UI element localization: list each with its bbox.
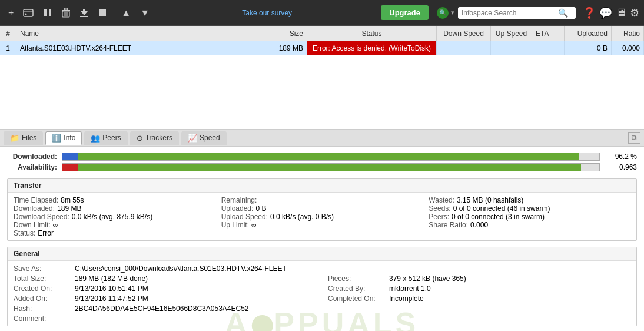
search-submit-button[interactable]: 🔍	[558, 8, 568, 18]
completed-on-val: Incomplete	[389, 294, 424, 303]
general-title: General	[8, 247, 636, 261]
general-grid: Save As: C:\Users\consi_000\Downloads\At…	[14, 264, 630, 323]
downloaded-key: Downloaded:	[14, 204, 55, 213]
hash-row: Hash: 2BC4DA56DDA4E5CF94E16E5066D8C3A053…	[14, 304, 630, 313]
seeds-row: Seeds: 0 of 0 connected (46 in swarm)	[429, 204, 630, 213]
tab-trackers[interactable]: ⊙ Trackers	[130, 131, 179, 145]
peers-val: 0 of 0 connected (3 in swarm)	[452, 213, 545, 221]
survey-link-container: Take our survey	[155, 9, 379, 17]
tab-peers[interactable]: 👥 Peers	[84, 131, 127, 145]
tab-files[interactable]: 📁 Files	[4, 131, 43, 145]
info-icon: ℹ️	[52, 134, 61, 143]
tab-files-label: Files	[22, 134, 36, 142]
created-by-val: mktorrent 1.0	[389, 284, 431, 293]
upload-speed-row: Upload Speed: 0.0 kB/s (avg. 0 B/s)	[221, 213, 423, 221]
downloaded-label: Downloaded:	[7, 153, 57, 161]
infospace-dropdown: ▾	[451, 9, 454, 16]
download-speed-key: Download Speed:	[14, 213, 69, 221]
created-by-key: Created By:	[328, 284, 387, 293]
trackers-icon: ⊙	[137, 134, 143, 143]
time-elapsed-val: 8m 55s	[61, 196, 84, 204]
stop-button[interactable]	[95, 6, 110, 19]
downloaded-progress-bar	[62, 153, 600, 161]
up-limit-key: Up Limit:	[221, 221, 249, 229]
table-header: # Name Size Status Down Speed Up Speed E…	[0, 26, 644, 41]
down-limit-val: ∞	[53, 221, 58, 229]
hash-key: Hash:	[14, 304, 72, 313]
status-val: Error	[38, 229, 54, 237]
col-uploaded: Uploaded	[565, 26, 612, 41]
move-down-button[interactable]: ▼	[137, 5, 153, 21]
row-status: Error: Access is denied. (WriteToDisk)	[307, 41, 437, 55]
seeds-val: 0 of 0 connected (46 in swarm)	[453, 204, 550, 213]
tab-trackers-label: Trackers	[145, 134, 172, 142]
row-uploaded: 0 B	[565, 41, 612, 55]
transfer-col1: Time Elapsed: 8m 55s Downloaded: 189 MB …	[14, 196, 215, 237]
col-ratio: Ratio	[612, 26, 644, 41]
seeds-key: Seeds:	[429, 204, 450, 213]
availability-progress-bar	[62, 163, 600, 171]
availability-label: Availability:	[7, 163, 57, 171]
comment-row: Comment:	[14, 315, 630, 323]
share-ratio-key: Share Ratio:	[429, 221, 468, 229]
total-size-row: Total Size: 189 MB (182 MB done)	[14, 274, 316, 283]
torrent-area: # Name Size Status Down Speed Up Speed E…	[0, 26, 644, 129]
search-input[interactable]	[462, 9, 556, 17]
panel-expand-button[interactable]: ⧉	[628, 132, 640, 144]
general-content: Save As: C:\Users\consi_000\Downloads\At…	[8, 261, 636, 326]
transfer-section: Transfer Time Elapsed: 8m 55s Downloaded…	[7, 178, 637, 241]
col-up-speed: Up Speed	[491, 26, 532, 41]
download-button[interactable]	[76, 6, 92, 20]
peers-row: Peers: 0 of 0 connected (3 in swarm)	[429, 213, 630, 221]
toolbar-right-icons: ❓ 💬 🖥 ⚙	[583, 6, 639, 19]
add-torrent-button[interactable]: +	[5, 5, 17, 21]
settings-icon[interactable]: ⚙	[630, 6, 639, 19]
share-ratio-val: 0.000	[470, 221, 488, 229]
tab-speed[interactable]: 📈 Speed	[181, 131, 227, 145]
move-up-button[interactable]: ▲	[118, 5, 134, 21]
upgrade-button[interactable]: Upgrade	[381, 5, 429, 20]
help-icon[interactable]: ❓	[583, 6, 596, 19]
availability-fill	[62, 164, 599, 171]
tab-peers-label: Peers	[102, 134, 121, 142]
search-box: 🔍	[458, 7, 576, 19]
survey-link[interactable]: Take our survey	[242, 9, 292, 17]
svg-rect-13	[99, 9, 106, 16]
availability-value: 0.963	[605, 163, 637, 171]
row-down-speed	[437, 41, 491, 55]
transfer-content: Time Elapsed: 8m 55s Downloaded: 189 MB …	[8, 193, 636, 241]
delete-button[interactable]	[58, 6, 74, 20]
availability-red-fill	[62, 164, 78, 171]
chat-icon[interactable]: 💬	[599, 6, 612, 19]
info-panel: APPUALS Downloaded: 96.2 % Availability:	[0, 147, 644, 331]
infospace-icon: 🔍	[437, 7, 449, 19]
download-speed-val: 0.0 kB/s (avg. 875.9 kB/s)	[72, 213, 152, 221]
resume-button[interactable]	[39, 6, 56, 20]
svg-rect-3	[44, 9, 47, 16]
main-content: # Name Size Status Down Speed Up Speed E…	[0, 26, 644, 331]
tab-info-label: Info	[64, 134, 75, 142]
table-row[interactable]: 1 Atlanta.S01E03.HDTV.x264-FLEET 189 MB …	[0, 41, 644, 55]
pieces-key: Pieces:	[328, 274, 387, 283]
toolbar: + ▲ ▼ Take our survey Upgrade 🔍 ▾ 🔍 ❓ 💬 …	[0, 0, 644, 26]
save-as-row: Save As: C:\Users\consi_000\Downloads\At…	[14, 264, 630, 273]
add-url-button[interactable]	[19, 6, 37, 19]
monitor-icon[interactable]: 🖥	[616, 6, 626, 19]
uploaded-row: Uploaded: 0 B	[221, 204, 423, 213]
transfer-col3: Wasted: 3.15 MB (0 hashfails) Seeds: 0 o…	[429, 196, 630, 237]
created-by-row: Created By: mktorrent 1.0	[328, 284, 630, 293]
availability-progress-row: Availability: 0.963	[7, 162, 637, 173]
tab-info[interactable]: ℹ️ Info	[45, 131, 82, 145]
transfer-title: Transfer	[8, 179, 636, 193]
transfer-grid: Time Elapsed: 8m 55s Downloaded: 189 MB …	[14, 196, 630, 237]
downloaded-progress-row: Downloaded: 96.2 %	[7, 151, 637, 162]
row-eta	[532, 41, 565, 55]
created-on-row: Created On: 9/13/2016 10:51:41 PM	[14, 284, 316, 293]
svg-point-2	[25, 13, 27, 15]
downloaded-val: 189 MB	[57, 204, 81, 213]
row-size: 189 MB	[260, 41, 307, 55]
upload-speed-key: Upload Speed:	[221, 213, 268, 221]
progress-section: Downloaded: 96.2 % Availability:	[7, 151, 637, 173]
svg-rect-4	[49, 9, 51, 16]
col-eta: ETA	[532, 26, 565, 41]
